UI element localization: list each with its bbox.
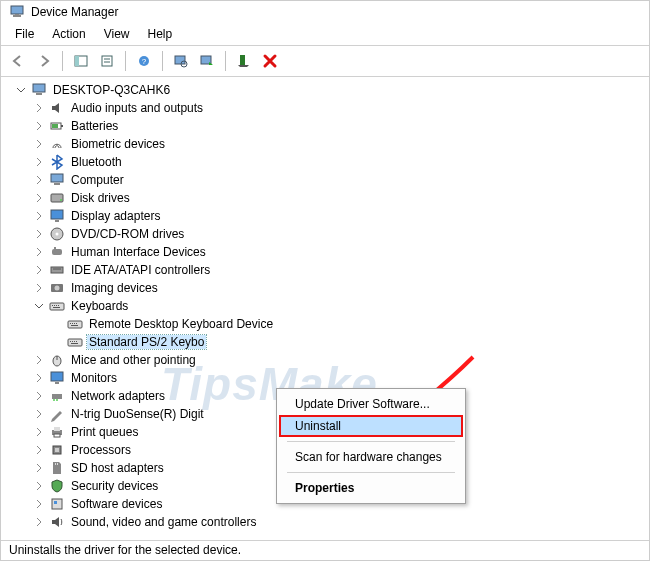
tree-item-label: Sound, video and game controllers xyxy=(69,515,258,529)
tree-item-label: Network adapters xyxy=(69,389,167,403)
menu-help[interactable]: Help xyxy=(140,25,181,43)
tree-item[interactable]: Imaging devices xyxy=(31,279,645,297)
device-tree[interactable]: TipsMake.com DESKTOP-Q3CAHK6 Audio input… xyxy=(1,77,649,540)
svg-rect-40 xyxy=(70,323,71,324)
ctx-update-driver[interactable]: Update Driver Software... xyxy=(279,393,463,415)
svg-point-26 xyxy=(56,233,59,236)
menu-action[interactable]: Action xyxy=(44,25,93,43)
tree-item-label: Display adapters xyxy=(69,209,162,223)
tree-item[interactable]: Keyboards xyxy=(31,297,645,315)
expand-icon[interactable] xyxy=(33,480,45,492)
svg-rect-10 xyxy=(175,56,185,64)
ctx-scan[interactable]: Scan for hardware changes xyxy=(279,446,463,468)
svg-rect-24 xyxy=(55,220,59,222)
expand-icon[interactable] xyxy=(33,462,45,474)
svg-rect-15 xyxy=(36,93,42,95)
tree-item-label: Batteries xyxy=(69,119,120,133)
svg-rect-34 xyxy=(52,305,53,306)
expand-icon[interactable] xyxy=(33,390,45,402)
svg-rect-23 xyxy=(51,210,63,219)
tree-item[interactable]: Standard PS/2 Keybo xyxy=(49,333,645,351)
fingerprint-icon xyxy=(49,136,65,152)
tree-item-label: Monitors xyxy=(69,371,119,385)
toolbar-properties-button[interactable] xyxy=(96,50,118,72)
expand-icon[interactable] xyxy=(33,138,45,150)
tree-item[interactable]: Bluetooth xyxy=(31,153,645,171)
tree-item-label: DVD/CD-ROM drives xyxy=(69,227,186,241)
tree-item[interactable]: Biometric devices xyxy=(31,135,645,153)
tree-item[interactable]: Mice and other pointing xyxy=(31,351,645,369)
tree-item-label: Human Interface Devices xyxy=(69,245,208,259)
ctx-uninstall[interactable]: Uninstall xyxy=(279,415,463,437)
expand-icon[interactable] xyxy=(33,174,45,186)
tree-item-label: Security devices xyxy=(69,479,160,493)
context-menu: Update Driver Software... Uninstall Scan… xyxy=(276,388,466,504)
svg-rect-62 xyxy=(55,448,59,452)
expand-icon[interactable] xyxy=(33,408,45,420)
tree-item[interactable]: Computer xyxy=(31,171,645,189)
svg-text:?: ? xyxy=(142,57,147,66)
tree-item-label: Disk drives xyxy=(69,191,132,205)
tree-item[interactable]: Human Interface Devices xyxy=(31,243,645,261)
toolbar-separator xyxy=(62,51,63,71)
svg-rect-0 xyxy=(11,6,23,14)
title-bar: Device Manager xyxy=(1,1,649,23)
svg-rect-46 xyxy=(70,341,71,342)
tree-root[interactable]: DESKTOP-Q3CAHK6 xyxy=(13,81,645,99)
expand-icon[interactable] xyxy=(33,120,45,132)
svg-rect-13 xyxy=(240,55,245,65)
tree-item[interactable]: Audio inputs and outputs xyxy=(31,99,645,117)
expand-icon[interactable] xyxy=(33,516,45,528)
toolbar-uninstall-button[interactable] xyxy=(259,50,281,72)
tree-item[interactable]: DVD/CD-ROM drives xyxy=(31,225,645,243)
collapse-icon[interactable] xyxy=(15,84,27,96)
hid-icon xyxy=(49,244,65,260)
expand-icon[interactable] xyxy=(33,498,45,510)
tree-item[interactable]: IDE ATA/ATAPI controllers xyxy=(31,261,645,279)
tree-item-label: Print queues xyxy=(69,425,140,439)
menu-file[interactable]: File xyxy=(7,25,42,43)
tree-item[interactable]: Monitors xyxy=(31,369,645,387)
expand-icon[interactable] xyxy=(33,426,45,438)
tree-item[interactable]: Display adapters xyxy=(31,207,645,225)
toolbar-forward-button[interactable] xyxy=(33,50,55,72)
svg-rect-5 xyxy=(102,56,112,66)
expand-icon[interactable] xyxy=(33,210,45,222)
svg-rect-43 xyxy=(76,323,77,324)
toolbar: ? xyxy=(1,46,649,77)
toolbar-update-driver-button[interactable] xyxy=(196,50,218,72)
tree-item[interactable]: Batteries xyxy=(31,117,645,135)
expand-icon[interactable] xyxy=(33,372,45,384)
expand-icon[interactable] xyxy=(33,192,45,204)
svg-rect-39 xyxy=(68,321,82,328)
app-icon xyxy=(9,4,25,20)
window-title: Device Manager xyxy=(31,5,118,19)
expand-icon[interactable] xyxy=(33,282,45,294)
toolbar-help-button[interactable]: ? xyxy=(133,50,155,72)
expand-icon[interactable] xyxy=(33,102,45,114)
toolbar-enable-button[interactable] xyxy=(233,50,255,72)
toolbar-scan-button[interactable] xyxy=(170,50,192,72)
tree-item-label: Computer xyxy=(69,173,126,187)
expand-icon[interactable] xyxy=(33,156,45,168)
toolbar-back-button[interactable] xyxy=(7,50,29,72)
ctx-properties[interactable]: Properties xyxy=(279,477,463,499)
tree-item[interactable]: Disk drives xyxy=(31,189,645,207)
expand-icon[interactable] xyxy=(33,246,45,258)
audio-icon xyxy=(49,100,65,116)
expand-icon[interactable] xyxy=(33,444,45,456)
toolbar-show-hide-console-button[interactable] xyxy=(70,50,92,72)
svg-rect-14 xyxy=(33,84,45,92)
svg-rect-29 xyxy=(51,267,63,273)
menu-view[interactable]: View xyxy=(96,25,138,43)
tree-item[interactable]: Remote Desktop Keyboard Device xyxy=(49,315,645,333)
svg-rect-4 xyxy=(75,56,79,66)
computer-icon xyxy=(31,82,47,98)
expand-icon[interactable] xyxy=(33,228,45,240)
expand-icon[interactable] xyxy=(33,264,45,276)
tree-root-label: DESKTOP-Q3CAHK6 xyxy=(51,83,172,97)
tree-item[interactable]: Sound, video and game controllers xyxy=(31,513,645,531)
expand-icon[interactable] xyxy=(33,354,45,366)
collapse-icon[interactable] xyxy=(33,300,45,312)
sound-icon xyxy=(49,514,65,530)
